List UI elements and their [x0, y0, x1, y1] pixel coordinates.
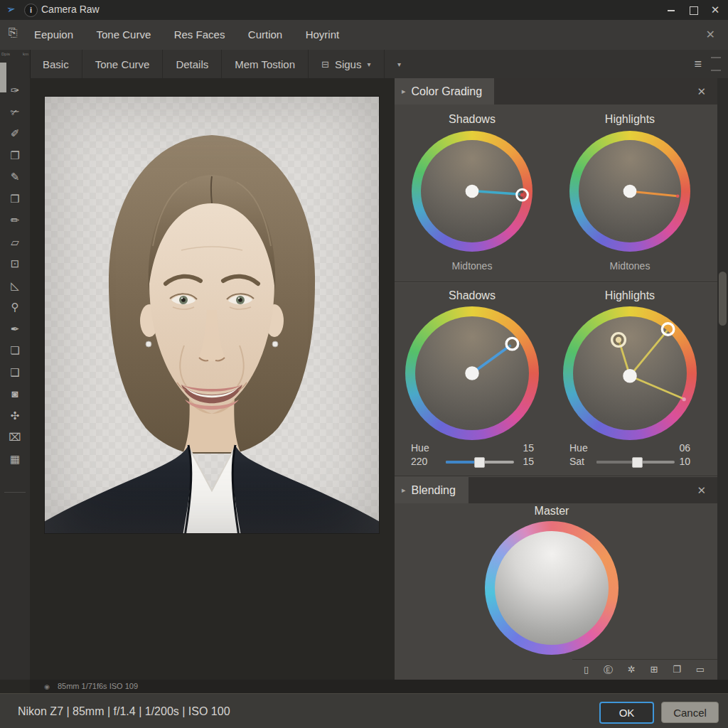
- close-button[interactable]: ✕: [704, 0, 727, 20]
- master-label: Master: [485, 505, 619, 518]
- grid-tool-icon[interactable]: ▦: [6, 453, 23, 466]
- hue-label-right: Hue: [569, 442, 588, 454]
- panel-menu-icon[interactable]: ≡: [694, 57, 701, 72]
- tab-tone-curve[interactable]: Tone Curve: [82, 50, 164, 78]
- globe-icon: ◉: [44, 683, 50, 690]
- panel-footer-icons: ▯ Ⓔ ✲ ⊞ ❐ ▭: [584, 664, 705, 677]
- portrait-image: [45, 97, 379, 533]
- ruler-tool-icon[interactable]: ◺: [6, 279, 23, 292]
- tool-sidebar: Dpis km ✑ ✃ ✐ ❐ ✎ ❒ ✏ ▱ ⊡ ◺ ⚲ ✒ ❏ ❑ ◙ ✣ …: [0, 50, 31, 680]
- tab-overflow-caret[interactable]: ▾: [385, 50, 409, 78]
- hue-value-left: 15: [507, 442, 534, 454]
- chevron-down-icon: ▾: [397, 60, 401, 68]
- clone-tool-icon[interactable]: ❒: [6, 193, 23, 205]
- screen-tool-icon[interactable]: ⌧: [6, 431, 23, 444]
- hue-slider-thumb[interactable]: [474, 457, 485, 468]
- eraser-tool-icon[interactable]: ✏: [6, 214, 23, 227]
- ok-button[interactable]: OK: [599, 702, 654, 724]
- zoom-tool-icon[interactable]: ⚲: [6, 301, 23, 314]
- sat-slider-thumb[interactable]: [632, 457, 643, 468]
- panel-divider: [395, 282, 717, 282]
- pencil-tool-icon[interactable]: ✐: [6, 127, 23, 140]
- scrollbar-thumb[interactable]: [719, 272, 727, 326]
- snapshot-icon[interactable]: ▯: [584, 664, 589, 677]
- menu-close-icon[interactable]: ✕: [700, 20, 721, 50]
- sidebar-divider: [4, 492, 26, 493]
- menu-item-res-faces[interactable]: Res Faces: [164, 20, 235, 50]
- spray-tool-icon[interactable]: ✣: [6, 410, 23, 422]
- page-icon[interactable]: ⎘: [9, 26, 18, 39]
- tool-list: ✑ ✃ ✐ ❐ ✎ ❒ ✏ ▱ ⊡ ◺ ⚲ ✒ ❏ ❑ ◙ ✣ ⌧ ▦: [0, 84, 30, 466]
- highlights-wheel[interactable]: [563, 306, 697, 440]
- tab-basic[interactable]: Basic: [30, 50, 82, 78]
- color-grading-title: Color Grading: [412, 85, 483, 98]
- fullscreen-icon[interactable]: ▭: [696, 664, 705, 677]
- sat-label: Sat: [569, 456, 584, 467]
- panel-scrollbar: [717, 78, 728, 680]
- highlights-label-row1: Highlights: [569, 113, 690, 126]
- grid-view-icon[interactable]: ⊞: [651, 664, 658, 677]
- disclosure-right-icon: ▸: [402, 486, 406, 495]
- hue-value-right: 06: [663, 442, 690, 454]
- hue-slider-track[interactable]: [446, 461, 514, 464]
- sat-slider-value: 10: [663, 456, 690, 467]
- hue-label-left: Hue: [411, 442, 429, 454]
- wheel-markers: [569, 131, 690, 252]
- tab-presets[interactable]: ⊟ Sigus ▾: [309, 50, 384, 78]
- camera-raw-window: ➢ i Camera Raw ✕ ⎘ Eepuion Tone Curve Re…: [0, 0, 728, 728]
- menu-item-hoyrint[interactable]: Hoyrint: [296, 20, 350, 50]
- menu-item-tone-curve[interactable]: Tone Curve: [87, 20, 161, 50]
- blending-header: ▸ Blending ✕: [395, 477, 717, 503]
- mask-tool-icon[interactable]: ◙: [6, 387, 23, 400]
- window-title: Camera Raw: [41, 4, 100, 15]
- minimize-icon: [668, 10, 675, 11]
- blending-close-icon[interactable]: ✕: [697, 477, 706, 503]
- panel-footer-divider: [572, 659, 717, 660]
- highlights-midtones-wheel[interactable]: [569, 131, 690, 252]
- sampler-tool-icon[interactable]: ⊡: [6, 257, 23, 270]
- maximize-button[interactable]: [682, 0, 705, 20]
- menu-item-eepuion[interactable]: Eepuion: [24, 20, 83, 50]
- adjustments-panel: ▸ Color Grading ✕ Shadows Highlights: [395, 78, 717, 680]
- bottom-bar: Nikon Z7 | 85mm | f/1.4 | 1/200s | ISO 1…: [0, 693, 728, 728]
- wheel-markers: [405, 306, 539, 440]
- tab-details[interactable]: Details: [163, 50, 222, 78]
- sat-slider-fill: [596, 461, 636, 464]
- blending-header-tab[interactable]: ▸ Blending: [395, 477, 469, 503]
- draw-tool-icon[interactable]: ✒: [6, 323, 23, 336]
- sidebar-header: Dpis km: [1, 52, 28, 56]
- brush-tool-icon[interactable]: ✑: [6, 84, 23, 97]
- copy-tool-icon[interactable]: ❐: [6, 149, 23, 162]
- tab-mem-tostion[interactable]: Mem Tostion: [222, 50, 309, 78]
- midtones-sublabel-left: Midtones: [412, 260, 532, 272]
- master-wheel[interactable]: [485, 521, 619, 655]
- patch-tool-icon[interactable]: ✃: [6, 106, 23, 119]
- canvas-status-text: 85mm 1/71f6s ISO 109: [58, 682, 138, 690]
- wheel-markers: [412, 131, 532, 252]
- effects-icon[interactable]: ✲: [628, 664, 636, 677]
- tabbar-right-controls: ≡: [694, 50, 728, 78]
- hue-slider-value: 15: [507, 456, 534, 467]
- shadows-wheel[interactable]: [405, 306, 539, 440]
- wheel-markers: [563, 306, 697, 440]
- transform-tool-icon[interactable]: ▱: [6, 236, 23, 249]
- image-canvas: [30, 78, 395, 680]
- color-grading-close-icon[interactable]: ✕: [697, 78, 706, 105]
- layers-tool-icon[interactable]: ❑: [6, 366, 23, 379]
- highlights-label-row2: Highlights: [563, 289, 697, 302]
- pen-tool-icon[interactable]: ✎: [6, 171, 23, 183]
- menu-item-curtion[interactable]: Curtion: [238, 20, 292, 50]
- shadows-midtones-wheel[interactable]: [412, 131, 532, 252]
- photo-preview: [45, 97, 379, 533]
- color-grading-header: ▸ Color Grading ✕: [395, 78, 717, 105]
- cancel-button[interactable]: Cancel: [661, 702, 719, 723]
- tiny-indicator-icon: [711, 57, 721, 71]
- minimize-button[interactable]: [660, 0, 682, 20]
- export-tool-icon[interactable]: ❏: [6, 344, 23, 357]
- info-icon: i: [24, 4, 38, 17]
- edit-list-icon[interactable]: Ⓔ: [604, 664, 613, 677]
- copy-settings-icon[interactable]: ❐: [673, 664, 681, 677]
- menu-items: Eepuion Tone Curve Res Faces Curtion Hoy…: [24, 20, 349, 50]
- color-grading-header-tab[interactable]: ▸ Color Grading: [395, 78, 494, 105]
- title-bar: ➢ i Camera Raw ✕: [0, 0, 728, 20]
